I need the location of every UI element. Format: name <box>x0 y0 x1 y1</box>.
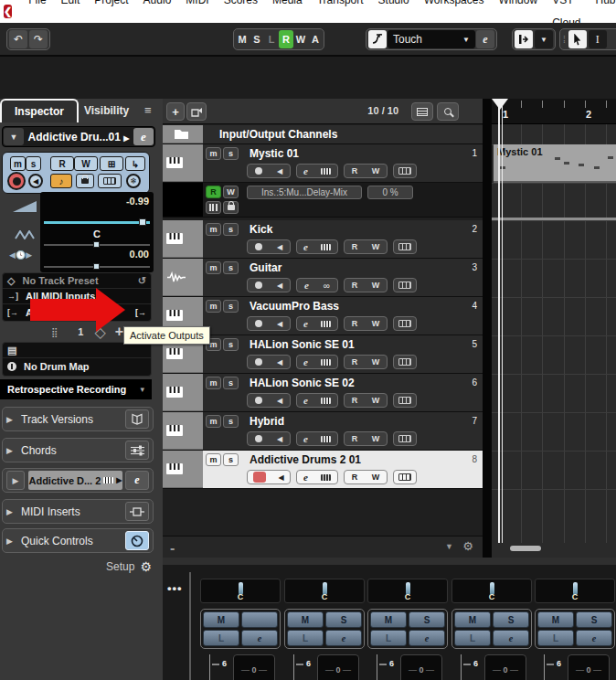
record-enable-button[interactable] <box>253 472 266 483</box>
midi-event-mystic[interactable]: Mystic 01 <box>494 144 616 183</box>
write-automation-button[interactable]: W <box>372 396 380 405</box>
lanes-icon[interactable] <box>398 320 411 327</box>
open-instrument-button[interactable] <box>321 436 331 442</box>
freeze-button[interactable]: ❄ <box>126 174 141 188</box>
expand-arrow-icon[interactable]: ▶ <box>6 446 21 455</box>
volume-slider[interactable] <box>44 221 150 224</box>
expand-arrow-icon[interactable]: ▶ <box>6 507 21 516</box>
edit-channel-button[interactable]: e <box>303 472 308 483</box>
section-chords[interactable]: ▶Chords <box>2 438 154 462</box>
read-automation-button[interactable]: R <box>352 242 358 251</box>
edit-channel-button[interactable]: e <box>303 356 308 367</box>
global-automation-w-button[interactable]: W <box>293 30 308 48</box>
automation-lock-button[interactable] <box>223 201 239 214</box>
monitor-button[interactable]: ◀ <box>277 358 282 367</box>
read-automation-button[interactable]: R <box>352 357 358 367</box>
quick-controls-icon[interactable] <box>125 531 149 550</box>
track-row-halion-sonic-se-02[interactable]: 6msHALion Sonic SE 02◀eRW <box>163 374 483 412</box>
monitor-button[interactable]: ◀ <box>277 320 282 328</box>
write-automation-button[interactable]: W <box>372 281 380 290</box>
read-automation-button[interactable]: R <box>352 281 358 290</box>
write-automation-button[interactable]: W <box>372 434 380 443</box>
monitor-button[interactable]: ◀ <box>277 282 282 290</box>
open-instrument-button[interactable] <box>321 474 331 481</box>
track-preset-row[interactable]: ◇ No Track Preset ↺ <box>3 273 151 289</box>
rack-listen-button[interactable]: L <box>370 630 407 646</box>
output-routing-icon[interactable]: ↳ <box>125 156 145 171</box>
open-instrument-button[interactable] <box>321 398 331 404</box>
edit-channel-button[interactable]: e <box>303 165 308 176</box>
track-mute-button[interactable]: m <box>206 453 221 466</box>
monitor-button[interactable]: ◀ <box>28 174 43 188</box>
retrospective-recording-bar[interactable]: Retrospective Recording ▾ <box>0 379 152 399</box>
autoscroll-dropdown[interactable]: ▼ <box>535 30 553 48</box>
chords-icon[interactable] <box>125 441 149 460</box>
rack-drag-handle[interactable]: ••• <box>167 581 183 595</box>
expand-arrow-icon[interactable]: ▶ <box>6 471 25 490</box>
drum-map-row[interactable]: No Drum Map <box>3 358 151 374</box>
pan-slider-handle[interactable] <box>93 241 100 248</box>
track-solo-button[interactable]: s <box>223 261 239 274</box>
track-row-guitar[interactable]: 3msGuitar◀e∞RW <box>163 259 483 297</box>
record-enable-button[interactable] <box>255 167 262 175</box>
rack-pan-control[interactable]: C <box>367 579 448 603</box>
read-automation-button[interactable]: R <box>352 319 358 328</box>
read-button[interactable]: R <box>50 156 74 171</box>
rack-listen-button[interactable]: L <box>454 630 491 646</box>
edit-channel-button[interactable]: e <box>133 128 154 145</box>
write-automation-button[interactable]: W <box>372 357 380 367</box>
track-solo-button[interactable]: s <box>223 300 239 313</box>
drum-grid-icon[interactable]: ⣿ <box>51 327 58 337</box>
add-track-button[interactable]: + <box>166 102 185 121</box>
automation-read-button[interactable]: R <box>206 186 221 198</box>
midi-note-button[interactable]: ♪ <box>50 174 72 188</box>
section-addictive-d-2[interactable]: ▶Addictive D... 2▶e <box>2 468 154 493</box>
chevron-down-icon[interactable]: ▾ <box>140 385 144 394</box>
automation-write-button[interactable]: W <box>223 186 239 198</box>
gear-icon[interactable]: ⚙ <box>140 559 152 574</box>
read-automation-button[interactable]: R <box>352 166 358 175</box>
write-automation-button[interactable]: W <box>372 166 380 175</box>
fader-value-box[interactable]: — 0 — <box>568 654 610 680</box>
lock-button[interactable] <box>76 174 94 188</box>
lanes-icon[interactable] <box>398 282 411 289</box>
write-button[interactable]: W <box>74 156 98 171</box>
global-automation-r-button[interactable]: R <box>279 30 293 48</box>
track-solo-button[interactable]: s <box>223 415 239 428</box>
read-automation-button[interactable]: R <box>352 434 358 443</box>
grip-icon[interactable]: ⁞ <box>561 35 568 45</box>
tabs-menu-icon[interactable]: ≡ <box>144 103 152 117</box>
midi-inserts-icon[interactable] <box>125 502 149 521</box>
gear-icon[interactable]: ⚙ <box>462 539 473 553</box>
track-row-mystic-01[interactable]: 1msMystic 01◀eRW <box>163 144 483 183</box>
divider-dash[interactable]: - <box>170 540 175 557</box>
edit-channel-button[interactable]: e <box>303 433 308 444</box>
lanes-icon[interactable] <box>398 243 411 250</box>
monitor-button[interactable]: ◀ <box>277 167 282 175</box>
automation-edit-button[interactable]: e <box>476 30 494 48</box>
reload-icon[interactable]: ↺ <box>138 275 146 287</box>
monitor-button[interactable]: ◀ <box>277 397 282 405</box>
lanes-icon[interactable] <box>398 473 411 481</box>
track-mute-button[interactable]: m <box>206 261 221 274</box>
write-automation-button[interactable]: W <box>372 319 380 328</box>
automation-mode-select[interactable]: Touch ▼ <box>388 30 475 48</box>
rack-mute-button[interactable]: M <box>287 611 324 628</box>
open-instrument-button[interactable] <box>321 321 331 327</box>
rack-mute-button[interactable]: M <box>537 611 574 628</box>
edit-channel-button[interactable]: e <box>304 280 309 291</box>
global-automation-l-button[interactable]: L <box>264 30 279 48</box>
fader-value-box[interactable]: — 0 — <box>233 654 275 680</box>
track-row-kick[interactable]: 2msKick◀eRW <box>163 220 483 259</box>
solo-button[interactable]: s <box>26 156 41 171</box>
track-solo-button[interactable]: s <box>223 223 239 236</box>
monitor-button[interactable]: ◀ <box>277 243 282 251</box>
track-row-hybrid[interactable]: 7msHybrid◀eRW <box>163 412 483 451</box>
section-midi-inserts[interactable]: ▶MIDI Inserts <box>2 499 154 524</box>
track-mute-button[interactable]: m <box>206 415 221 428</box>
track-mute-button[interactable]: m <box>206 147 221 160</box>
track-mute-button[interactable]: m <box>206 377 221 389</box>
track-solo-button[interactable]: s <box>223 453 239 466</box>
global-automation-s-button[interactable]: S <box>250 30 264 48</box>
io-channels-folder-row[interactable]: Input/Output Channels <box>163 125 483 144</box>
